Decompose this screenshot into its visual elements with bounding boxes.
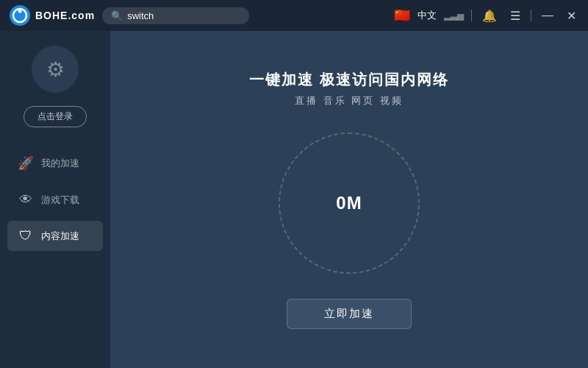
title-bar-right: 🇨🇳 中文 ▂▃▅ 🔔 ☰ — ✕ (394, 7, 579, 24)
sidebar-item-label: 我的加速 (41, 157, 79, 170)
sidebar-item-content-acceleration[interactable]: 🛡 内容加速 (7, 221, 103, 251)
sidebar: ⚙ 点击登录 🚀 我的加速 👁 游戏下载 🛡 内容加速 (0, 31, 110, 368)
rocket-icon: 🚀 (18, 155, 34, 171)
main-layout: ⚙ 点击登录 🚀 我的加速 👁 游戏下载 🛡 内容加速 一键加速 极速访问国内网… (0, 31, 588, 368)
content-subtext: 直播 音乐 网页 视频 (295, 94, 404, 107)
signal-icon: ▂▃▅ (444, 10, 464, 21)
sidebar-item-label: 内容加速 (41, 230, 79, 243)
search-input[interactable] (127, 10, 230, 21)
eye-icon: 👁 (18, 192, 34, 208)
sidebar-item-my-acceleration[interactable]: 🚀 我的加速 (7, 148, 103, 179)
shield-icon: 🛡 (18, 228, 34, 244)
flag-icon: 🇨🇳 (394, 7, 410, 24)
notification-btn[interactable]: 🔔 (479, 7, 500, 24)
search-box: 🔍 (102, 7, 249, 24)
logo-text: BOHE.com (35, 10, 95, 21)
gauge-inner: 0M (294, 148, 404, 258)
avatar: ⚙ (32, 46, 79, 93)
accelerate-button[interactable]: 立即加速 (287, 299, 412, 329)
content-heading: 一键加速 极速访问国内网络 (249, 70, 449, 90)
logo-area: BOHE.com (9, 4, 95, 26)
title-bar: BOHE.com 🔍 🇨🇳 中文 ▂▃▅ 🔔 ☰ — ✕ (0, 0, 588, 31)
logo-icon (9, 4, 31, 26)
content-area: 一键加速 极速访问国内网络 直播 音乐 网页 视频 0M 立即加速 (110, 31, 588, 368)
sidebar-item-label: 游戏下载 (41, 194, 79, 207)
minimize-btn[interactable]: — (539, 7, 556, 24)
search-icon: 🔍 (111, 10, 123, 21)
divider2 (531, 10, 531, 21)
divider (471, 10, 472, 21)
avatar-icon: ⚙ (46, 57, 65, 82)
login-button[interactable]: 点击登录 (24, 106, 87, 127)
close-btn[interactable]: ✕ (564, 7, 579, 24)
svg-point-2 (18, 10, 22, 13)
menu-btn[interactable]: ☰ (507, 7, 523, 24)
sidebar-item-game-download[interactable]: 👁 游戏下载 (7, 185, 103, 215)
gauge-value: 0M (336, 193, 362, 213)
gauge-container: 0M (276, 130, 423, 277)
lang-text[interactable]: 中文 (417, 9, 437, 22)
